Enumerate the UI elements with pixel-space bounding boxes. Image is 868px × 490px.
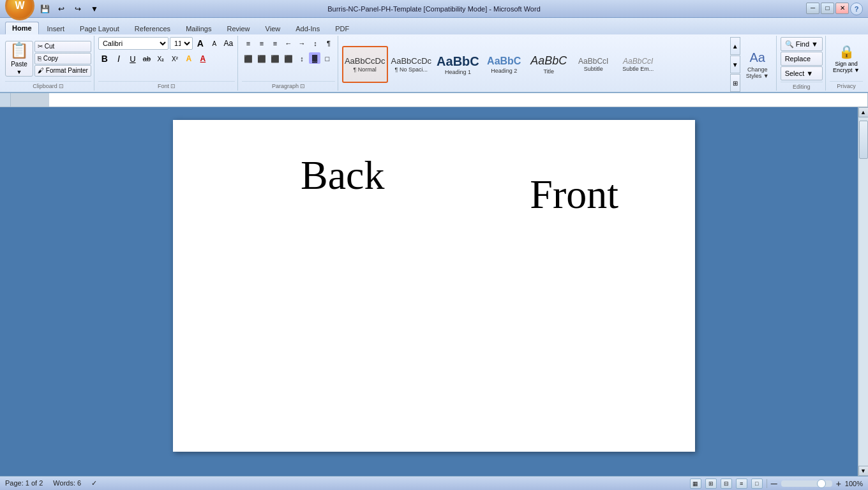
change-styles-button[interactable]: Aa ChangeStyles ▼ bbox=[742, 50, 774, 79]
tab-review[interactable]: Review bbox=[220, 22, 257, 34]
clipboard-small-buttons: ✂ Cut ⎘ Copy 🖌 Format Painter bbox=[34, 41, 91, 77]
document-page[interactable]: Back Front bbox=[173, 120, 695, 452]
sort-button[interactable]: ↕ bbox=[309, 37, 322, 50]
view-print-layout[interactable]: ▦ bbox=[690, 479, 701, 489]
underline-button[interactable]: U bbox=[126, 52, 139, 65]
paragraph-group: ≡ ≡ ≡ ← → ↕ ¶ ⬛ ⬛ ⬛ ⬛ ↕ ▓ □ Paragraph ⊡ bbox=[239, 36, 338, 91]
font-bottom-row: B I U ab X₂ X² A A bbox=[98, 52, 209, 65]
replace-label: Replace bbox=[785, 55, 811, 63]
paragraph-label: Paragraph ⊡ bbox=[242, 81, 335, 91]
sign-encrypt-content: 🔒 Sign andEncrypt ▼ bbox=[830, 37, 863, 80]
grow-font-button[interactable]: A bbox=[194, 37, 207, 50]
tab-pagelayout[interactable]: Page Layout bbox=[73, 22, 126, 34]
zoom-slider[interactable] bbox=[781, 480, 832, 487]
bold-button[interactable]: B bbox=[98, 52, 111, 65]
tab-home[interactable]: Home bbox=[5, 22, 39, 34]
copy-button[interactable]: ⎘ Copy bbox=[34, 53, 91, 64]
styles-scroll-area: AaBbCcDc ¶ Normal AaBbCcDc ¶ No Spaci...… bbox=[342, 46, 729, 83]
borders-button[interactable]: □ bbox=[321, 52, 334, 65]
styles-scroll-controls: ▲ ▼ ⊞ bbox=[730, 37, 740, 92]
replace-button[interactable]: Replace bbox=[781, 52, 823, 66]
scroll-track[interactable] bbox=[859, 117, 868, 466]
multilevel-button[interactable]: ≡ bbox=[269, 37, 281, 50]
left-margin bbox=[0, 107, 10, 476]
word-count: Words: 6 bbox=[53, 479, 81, 487]
italic-button[interactable]: I bbox=[112, 52, 125, 65]
styles-scroll-more[interactable]: ⊞ bbox=[730, 74, 740, 92]
numbering-button[interactable]: ≡ bbox=[255, 37, 268, 50]
document-text-back: Back bbox=[301, 152, 385, 199]
zoom-thumb bbox=[817, 479, 826, 488]
ruler[interactable] bbox=[10, 93, 868, 107]
shading-button[interactable]: ▓ bbox=[309, 52, 320, 64]
sign-encrypt-button[interactable]: 🔒 Sign andEncrypt ▼ bbox=[830, 43, 863, 75]
style-heading1[interactable]: AaBbC Heading 1 bbox=[435, 46, 481, 83]
find-button[interactable]: 🔍 Find ▼ bbox=[781, 37, 823, 51]
font-color-button[interactable]: A bbox=[197, 52, 209, 65]
shrink-font-button[interactable]: A bbox=[208, 37, 221, 50]
style-normal[interactable]: AaBbCcDc ¶ Normal bbox=[342, 46, 388, 83]
tab-references[interactable]: References bbox=[128, 22, 177, 34]
status-bar: Page: 1 of 2 Words: 6 ✓ ▦ ⊞ ⊟ ≡ □ ─ + 10… bbox=[0, 476, 868, 490]
font-size-select[interactable]: 11 bbox=[170, 37, 193, 50]
align-left-button[interactable]: ⬛ bbox=[242, 52, 255, 65]
cut-button[interactable]: ✂ Cut bbox=[34, 41, 91, 52]
minimize-button[interactable]: ─ bbox=[806, 3, 819, 14]
scroll-thumb[interactable] bbox=[859, 121, 868, 159]
select-button[interactable]: Select ▼ bbox=[781, 66, 823, 80]
tab-insert[interactable]: Insert bbox=[40, 22, 72, 34]
bullets-button[interactable]: ≡ bbox=[242, 37, 255, 50]
zoom-plus[interactable]: + bbox=[836, 479, 841, 489]
justify-button[interactable]: ⬛ bbox=[282, 52, 295, 65]
paste-button[interactable]: 📋 Paste ▼ bbox=[5, 41, 33, 77]
paragraph-expand-icon[interactable]: ⊡ bbox=[300, 83, 305, 89]
style-subtitle[interactable]: AaBbCcI Subtitle bbox=[572, 46, 615, 83]
qat-save[interactable]: 💾 bbox=[38, 3, 51, 15]
tab-view[interactable]: View bbox=[258, 22, 288, 34]
qat-more[interactable]: ▼ bbox=[88, 3, 101, 15]
tab-addins[interactable]: Add-Ins bbox=[288, 22, 327, 34]
tab-pdf[interactable]: PDF bbox=[328, 22, 356, 34]
qat-redo[interactable]: ↪ bbox=[71, 3, 84, 15]
maximize-button[interactable]: □ bbox=[821, 3, 834, 14]
font-content: Calibri 11 A A Aa B I U ab X₂ X² A A bbox=[98, 37, 235, 80]
increase-indent-button[interactable]: → bbox=[296, 37, 308, 50]
decrease-indent-button[interactable]: ← bbox=[282, 37, 295, 50]
align-right-button[interactable]: ⬛ bbox=[269, 52, 281, 65]
view-draft[interactable]: □ bbox=[751, 479, 763, 489]
font-expand-icon[interactable]: ⊡ bbox=[170, 83, 176, 89]
highlight-button[interactable]: A bbox=[183, 52, 195, 65]
view-web[interactable]: ⊟ bbox=[721, 479, 732, 489]
styles-scroll-down[interactable]: ▼ bbox=[730, 56, 740, 73]
style-nospacing[interactable]: AaBbCcDc ¶ No Spaci... bbox=[389, 46, 434, 83]
styles-scroll-up[interactable]: ▲ bbox=[730, 37, 740, 55]
line-spacing-button[interactable]: ↕ bbox=[296, 52, 308, 65]
tab-mailings[interactable]: Mailings bbox=[179, 22, 218, 34]
view-fullscreen[interactable]: ⊞ bbox=[705, 479, 717, 489]
page-area[interactable]: Back Front bbox=[10, 107, 858, 476]
help-button[interactable]: ? bbox=[850, 3, 863, 15]
subscript-button[interactable]: X₂ bbox=[154, 52, 167, 65]
style-heading2-preview: AaBbC bbox=[487, 55, 521, 67]
style-heading2[interactable]: AaBbC Heading 2 bbox=[483, 46, 526, 83]
view-outline[interactable]: ≡ bbox=[736, 479, 747, 489]
font-name-select[interactable]: Calibri bbox=[98, 37, 168, 50]
align-center-button[interactable]: ⬛ bbox=[255, 52, 268, 65]
clear-format-button[interactable]: Aa bbox=[222, 37, 235, 50]
zoom-minus[interactable]: ─ bbox=[771, 479, 777, 489]
scroll-down-arrow[interactable]: ▼ bbox=[858, 466, 869, 476]
style-title[interactable]: AaBbC Title bbox=[527, 46, 571, 83]
style-subtleem[interactable]: AaBbCcI Subtle Em... bbox=[617, 46, 660, 83]
close-button[interactable]: ✕ bbox=[835, 3, 849, 14]
superscript-button[interactable]: X² bbox=[168, 52, 181, 65]
format-painter-button[interactable]: 🖌 Format Painter bbox=[34, 65, 91, 77]
strikethrough-button[interactable]: ab bbox=[140, 52, 153, 65]
qat-undo[interactable]: ↩ bbox=[55, 3, 68, 15]
clipboard-expand-icon[interactable]: ⊡ bbox=[59, 83, 64, 89]
show-hide-button[interactable]: ¶ bbox=[322, 37, 335, 50]
scroll-up-arrow[interactable]: ▲ bbox=[858, 107, 869, 117]
clipboard-label: Clipboard ⊡ bbox=[5, 81, 91, 91]
office-button[interactable]: W bbox=[5, 0, 34, 20]
find-label: Find ▼ bbox=[796, 40, 818, 48]
title-bar: W 💾 ↩ ↪ ▼ Burris-NC-Panel-PH-Template [C… bbox=[0, 0, 868, 18]
